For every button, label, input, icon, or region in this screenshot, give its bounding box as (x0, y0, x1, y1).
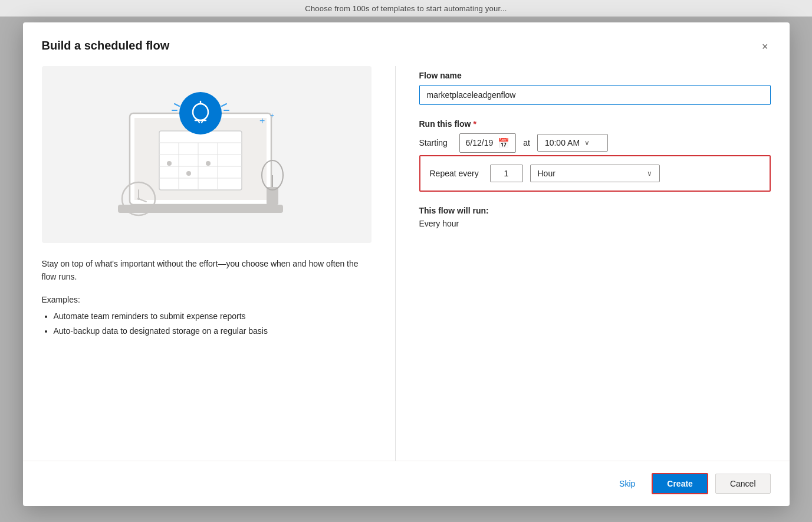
examples-list: Automate team reminders to submit expens… (42, 309, 372, 339)
svg-point-13 (206, 161, 211, 166)
starting-label: Starting (419, 138, 452, 147)
repeat-number-input[interactable] (490, 165, 523, 182)
calendar-icon: 📅 (498, 137, 509, 149)
time-picker[interactable]: 10:00 AM ∨ (537, 134, 608, 152)
dialog: Build a scheduled flow × (23, 22, 790, 506)
flow-name-label: Flow name (419, 71, 771, 80)
flow-name-input[interactable] (419, 85, 771, 105)
illustration: + + (42, 66, 372, 243)
cancel-button[interactable]: Cancel (715, 474, 771, 494)
at-label: at (523, 138, 530, 147)
dialog-footer: Skip Create Cancel (23, 461, 790, 506)
left-panel: + + Stay on top of what's important with… (42, 66, 396, 461)
svg-point-12 (186, 171, 191, 176)
run-flow-group: Run this flow* Starting 6/12/19 📅 at 10:… (419, 119, 771, 192)
run-flow-label: Run this flow* (419, 119, 771, 129)
close-button[interactable]: × (760, 39, 771, 54)
svg-point-11 (167, 161, 172, 166)
repeat-row: Repeat every Hour ∨ (419, 155, 771, 192)
chevron-down-icon: ∨ (584, 139, 590, 147)
right-panel: Flow name Run this flow* Starting 6/12/1… (396, 66, 771, 461)
svg-rect-2 (118, 205, 283, 213)
svg-point-21 (179, 92, 222, 134)
list-item: Auto-backup data to designated storage o… (54, 324, 372, 339)
dialog-body: + + Stay on top of what's important with… (23, 54, 790, 461)
svg-line-30 (222, 104, 226, 106)
svg-text:+: + (259, 116, 265, 126)
examples-title: Examples: (42, 295, 372, 304)
flow-will-run-title: This flow will run: (419, 206, 771, 215)
date-value: 6/12/19 (466, 138, 494, 147)
chevron-down-icon: ∨ (647, 169, 652, 178)
top-hint: Choose from 100s of templates to start a… (0, 0, 812, 17)
svg-line-28 (175, 104, 179, 106)
description-text: Stay on top of what's important without … (42, 257, 372, 284)
flow-name-group: Flow name (419, 71, 771, 105)
time-value: 10:00 AM (545, 138, 580, 147)
date-picker[interactable]: 6/12/19 📅 (459, 133, 517, 153)
skip-button[interactable]: Skip (610, 474, 645, 493)
list-item: Automate team reminders to submit expens… (54, 309, 372, 324)
repeat-label: Repeat every (430, 169, 483, 178)
svg-rect-3 (159, 131, 242, 190)
repeat-unit-select[interactable]: Hour ∨ (530, 165, 660, 182)
dialog-header: Build a scheduled flow × (23, 22, 790, 54)
repeat-unit-value: Hour (538, 169, 555, 178)
flow-will-run: This flow will run: Every hour (419, 206, 771, 228)
create-button[interactable]: Create (652, 473, 708, 494)
svg-text:+: + (270, 111, 274, 120)
svg-line-27 (178, 101, 182, 105)
starting-row: Starting 6/12/19 📅 at 10:00 AM ∨ (419, 133, 771, 153)
dialog-title: Build a scheduled flow (42, 39, 170, 52)
flow-will-run-value: Every hour (419, 219, 771, 228)
